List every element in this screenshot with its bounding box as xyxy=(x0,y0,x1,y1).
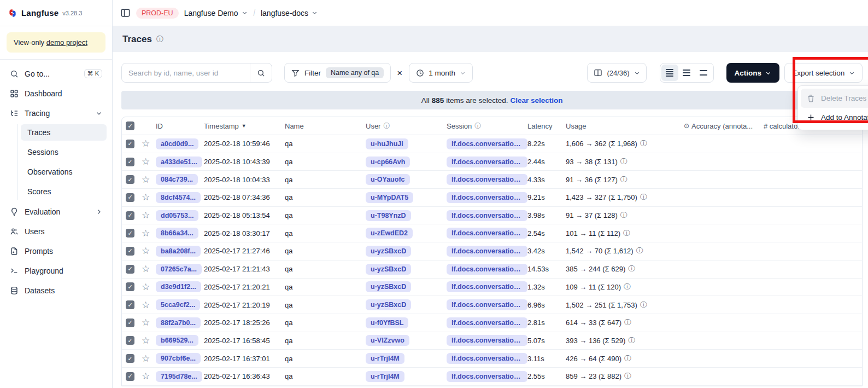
time-range-button[interactable]: 1 month xyxy=(409,63,473,83)
row-checkbox[interactable]: ✓ xyxy=(126,372,134,381)
select-all-checkbox[interactable]: ✓ xyxy=(126,121,134,130)
sidebar-toggle-icon[interactable] xyxy=(120,8,131,18)
session-badge[interactable]: lf.docs.conversation... xyxy=(447,192,527,203)
row-checkbox[interactable]: ✓ xyxy=(126,300,134,309)
menu-item-add-to-annotation-queue[interactable]: Add to Annotation Queue xyxy=(801,108,868,127)
table-row[interactable]: ✓ ☆ 907cbf6e... 2025-02-17 16:37:01 qa u… xyxy=(122,350,862,368)
bookmark-star-icon[interactable]: ☆ xyxy=(142,211,150,220)
bookmark-star-icon[interactable]: ☆ xyxy=(142,318,150,327)
user-badge[interactable]: u-rTrjI4M xyxy=(366,353,404,364)
table-row[interactable]: ✓ ☆ dd05753... 2025-02-18 05:13:54 qa u-… xyxy=(122,207,862,225)
bookmark-star-icon[interactable]: ☆ xyxy=(142,246,150,256)
row-checkbox[interactable]: ✓ xyxy=(126,140,134,148)
bookmark-star-icon[interactable]: ☆ xyxy=(142,175,150,184)
session-badge[interactable]: lf.docs.conversation... xyxy=(447,157,527,167)
user-badge[interactable]: u-MYpDAT5 xyxy=(366,192,413,203)
row-checkbox[interactable]: ✓ xyxy=(126,318,134,327)
bookmark-star-icon[interactable]: ☆ xyxy=(142,157,150,166)
user-badge[interactable]: u-cp66Avh xyxy=(366,157,410,167)
bookmark-star-icon[interactable]: ☆ xyxy=(142,354,150,363)
user-badge[interactable]: u-T98YnzD xyxy=(366,210,411,221)
user-badge[interactable]: u-zEwdED2 xyxy=(366,228,413,239)
user-badge[interactable]: u-VIZzvwo xyxy=(366,335,409,346)
column-header-session[interactable]: Session ⓘ xyxy=(447,121,527,131)
sidebar-item-users[interactable]: Users xyxy=(5,223,107,240)
export-selection-button[interactable]: Export selection xyxy=(784,63,863,83)
project-switcher[interactable]: langfuse-docs xyxy=(261,9,318,18)
table-row[interactable]: ✓ ☆ 07265c7a... 2025-02-17 21:21:43 qa u… xyxy=(122,260,862,279)
trace-id-badge[interactable]: ba8a208f... xyxy=(156,246,201,257)
user-badge[interactable]: u-yzSBxcD xyxy=(366,299,411,310)
user-badge[interactable]: u-yzSBxcD xyxy=(366,264,411,275)
table-row[interactable]: ✓ ☆ 8dcf4574... 2025-02-18 07:34:36 qa u… xyxy=(122,189,862,207)
table-row[interactable]: ✓ ☆ a433de51... 2025-02-18 10:43:39 qa u… xyxy=(122,153,862,171)
table-row[interactable]: ✓ ☆ 8b66a34... 2025-02-18 03:30:17 qa u-… xyxy=(122,224,862,242)
goto-search[interactable]: Go to... ⌘ K xyxy=(5,65,107,82)
session-badge[interactable]: lf.docs.conversation... xyxy=(447,138,527,149)
row-checkbox[interactable]: ✓ xyxy=(126,158,134,166)
row-checkbox[interactable]: ✓ xyxy=(126,265,134,274)
user-badge[interactable]: u-huJhuJi xyxy=(366,138,408,149)
bookmark-star-icon[interactable]: ☆ xyxy=(142,139,150,148)
sidebar-item-observations[interactable]: Observations xyxy=(21,164,107,180)
session-badge[interactable]: lf.docs.conversation... xyxy=(447,317,527,328)
session-badge[interactable]: lf.docs.conversation... xyxy=(447,228,527,239)
sidebar-item-dashboard[interactable]: Dashboard xyxy=(5,85,107,102)
table-row[interactable]: ✓ ☆ 88f2a7b0... 2025-02-17 18:25:26 qa u… xyxy=(122,314,862,332)
actions-button[interactable]: Actions xyxy=(726,63,780,83)
session-badge[interactable]: lf.docs.conversation... xyxy=(447,353,527,364)
table-row[interactable]: ✓ ☆ 5cca9cf2... 2025-02-17 21:20:19 qa u… xyxy=(122,296,862,314)
row-height-large-button[interactable] xyxy=(695,65,712,81)
bookmark-star-icon[interactable]: ☆ xyxy=(142,300,150,310)
row-checkbox[interactable]: ✓ xyxy=(126,336,134,345)
sidebar-item-traces[interactable]: Traces xyxy=(21,124,107,141)
org-switcher[interactable]: Langfuse Demo xyxy=(184,9,248,18)
trace-id-badge[interactable]: 88f2a7b0... xyxy=(156,317,201,328)
table-row[interactable]: ✓ ☆ a0cd0d9... 2025-02-18 10:59:46 qa u-… xyxy=(122,135,862,153)
bookmark-star-icon[interactable]: ☆ xyxy=(142,264,150,274)
row-height-small-button[interactable] xyxy=(661,65,678,81)
trace-id-badge[interactable]: a433de51... xyxy=(156,157,202,167)
sidebar-item-scores[interactable]: Scores xyxy=(21,183,107,200)
trace-id-badge[interactable]: dd05753... xyxy=(156,210,198,221)
session-badge[interactable]: lf.docs.conversation... xyxy=(447,281,527,292)
sidebar-item-evaluation[interactable]: Evaluation xyxy=(5,203,107,220)
demo-project-link[interactable]: demo project xyxy=(46,38,87,47)
table-row[interactable]: ✓ ☆ ba8a208f... 2025-02-17 21:27:46 qa u… xyxy=(122,242,862,260)
bookmark-star-icon[interactable]: ☆ xyxy=(142,193,150,202)
trace-id-badge[interactable]: 8dcf4574... xyxy=(156,192,201,203)
user-badge[interactable]: u-yzSBxcD xyxy=(366,246,411,257)
trace-id-badge[interactable]: b669529... xyxy=(156,335,198,346)
filter-button[interactable]: Filter Name any of qa xyxy=(284,63,391,83)
table-row[interactable]: ✓ ☆ 7195d78e... 2025-02-17 16:36:43 qa u… xyxy=(122,368,862,386)
row-checkbox[interactable]: ✓ xyxy=(126,229,134,238)
trace-id-badge[interactable]: 5cca9cf2... xyxy=(156,299,200,310)
row-checkbox[interactable]: ✓ xyxy=(126,193,134,202)
column-visibility-button[interactable]: (24/36) xyxy=(587,63,646,83)
trace-id-badge[interactable]: 8b66a34... xyxy=(156,228,198,239)
bookmark-star-icon[interactable]: ☆ xyxy=(142,336,150,345)
session-badge[interactable]: lf.docs.conversation... xyxy=(447,174,527,185)
table-row[interactable]: ✓ ☆ d3e9d1f2... 2025-02-17 21:20:21 qa u… xyxy=(122,279,862,297)
row-checkbox[interactable]: ✓ xyxy=(126,282,134,291)
session-badge[interactable]: lf.docs.conversation... xyxy=(447,335,527,346)
column-header-usage[interactable]: Usage xyxy=(566,122,684,130)
column-header-accuracy[interactable]: ⊙ Accuracy (annota... xyxy=(684,122,764,130)
menu-item-delete-traces[interactable]: Delete Traces xyxy=(801,89,868,108)
row-checkbox[interactable]: ✓ xyxy=(126,247,134,256)
session-badge[interactable]: lf.docs.conversation... xyxy=(447,210,527,221)
session-badge[interactable]: lf.docs.conversation... xyxy=(447,299,527,310)
user-badge[interactable]: u-yzSBxcD xyxy=(366,281,411,292)
table-row[interactable]: ✓ ☆ 084c739... 2025-02-18 10:04:33 qa u-… xyxy=(122,171,862,189)
sidebar-item-sessions[interactable]: Sessions xyxy=(21,144,107,160)
column-header-user[interactable]: User ⓘ xyxy=(366,121,447,131)
sidebar-item-prompts[interactable]: Prompts xyxy=(5,242,107,259)
trace-id-badge[interactable]: 907cbf6e... xyxy=(156,353,201,364)
session-badge[interactable]: lf.docs.conversation... xyxy=(447,264,527,275)
bookmark-star-icon[interactable]: ☆ xyxy=(142,282,150,292)
clear-filter-icon[interactable]: × xyxy=(397,68,402,78)
column-header-timestamp[interactable]: Timestamp ▼ xyxy=(204,122,285,130)
table-row[interactable]: ✓ ☆ b669529... 2025-02-17 16:58:45 qa u-… xyxy=(122,332,862,350)
bookmark-star-icon[interactable]: ☆ xyxy=(142,229,150,238)
trace-id-badge[interactable]: a0cd0d9... xyxy=(156,138,198,149)
